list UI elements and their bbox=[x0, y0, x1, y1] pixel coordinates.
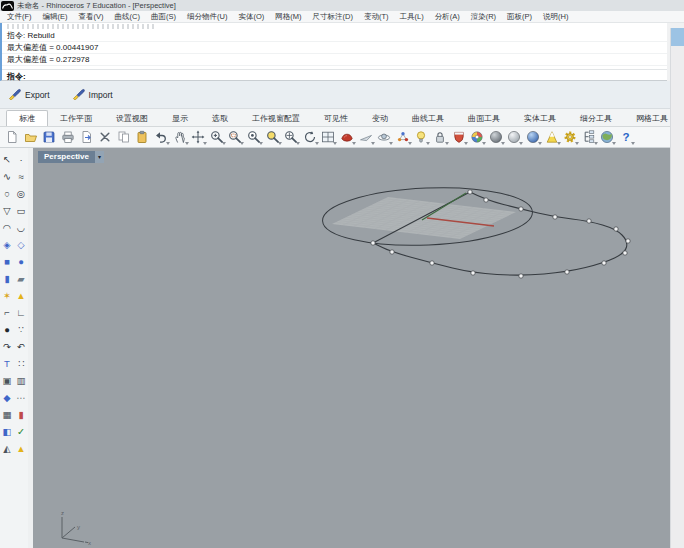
color-wheel-icon[interactable] bbox=[470, 130, 484, 144]
lock-icon[interactable] bbox=[433, 130, 447, 144]
zoom-selected-icon[interactable] bbox=[247, 130, 261, 144]
control-point[interactable] bbox=[430, 261, 434, 265]
analyze-direction-icon[interactable]: ◧ bbox=[0, 423, 14, 440]
toolbar-tab-12[interactable]: 网格工具 bbox=[624, 111, 670, 126]
toolbar-tab-2[interactable]: 设置视图 bbox=[104, 111, 160, 126]
gumball-icon[interactable] bbox=[396, 130, 410, 144]
export-doc-icon[interactable] bbox=[80, 130, 94, 144]
pyramid-icon[interactable]: ▲ bbox=[14, 440, 28, 457]
rotate-view-icon[interactable] bbox=[303, 130, 317, 144]
curve-handles-icon[interactable]: ≈ bbox=[14, 168, 28, 185]
control-point[interactable] bbox=[519, 207, 523, 211]
menu-item-14[interactable]: 说明(H) bbox=[543, 12, 568, 22]
zoom-window-icon[interactable] bbox=[228, 130, 242, 144]
control-point[interactable] bbox=[484, 198, 488, 202]
print-icon[interactable] bbox=[61, 130, 75, 144]
toolbar-tab-5[interactable]: 工作视窗配置 bbox=[240, 111, 312, 126]
point-icon[interactable]: · bbox=[14, 151, 28, 168]
toolbar-tab-3[interactable]: 显示 bbox=[160, 111, 200, 126]
pan-hand-icon[interactable] bbox=[173, 130, 187, 144]
right-panel-strip[interactable] bbox=[670, 28, 684, 548]
control-point[interactable] bbox=[587, 219, 591, 223]
toolbar-tab-8[interactable]: 曲线工具 bbox=[400, 111, 456, 126]
circle-center-icon[interactable]: ○ bbox=[0, 185, 14, 202]
export-button[interactable]: Export bbox=[8, 87, 50, 102]
chamfer-edge-icon[interactable]: ∟ bbox=[14, 304, 28, 321]
menu-item-1[interactable]: 编辑(E) bbox=[43, 12, 68, 22]
cylinder-icon[interactable]: ▮ bbox=[0, 270, 14, 287]
edit-points-icon[interactable]: ∷ bbox=[14, 355, 28, 372]
perspective-viewport[interactable]: Perspective ▾ zyx bbox=[33, 148, 670, 548]
viewport-title-tab[interactable]: Perspective ▾ bbox=[38, 151, 104, 163]
orbit-icon[interactable] bbox=[377, 130, 391, 144]
toolbar-tab-9[interactable]: 曲面工具 bbox=[456, 111, 512, 126]
menu-item-0[interactable]: 文件(F) bbox=[7, 12, 32, 22]
box-icon[interactable]: ■ bbox=[0, 253, 14, 270]
arc-icon[interactable]: ◠ bbox=[0, 219, 14, 236]
viewport-grid-icon[interactable] bbox=[321, 130, 335, 144]
surface-loft-icon[interactable]: ◈ bbox=[0, 236, 14, 253]
save-icon[interactable] bbox=[42, 130, 56, 144]
viewport-canvas[interactable]: zyx bbox=[33, 148, 670, 548]
check-object-icon[interactable]: ✓ bbox=[14, 423, 28, 440]
text-object-icon[interactable]: T bbox=[0, 355, 14, 372]
toolbar-tab-10[interactable]: 实体工具 bbox=[512, 111, 568, 126]
control-point[interactable] bbox=[565, 270, 569, 274]
right-panel-tab[interactable] bbox=[671, 28, 684, 46]
polygon-icon[interactable]: ▽ bbox=[0, 202, 14, 219]
sphere-icon[interactable]: ● bbox=[14, 253, 28, 270]
array-grid-icon[interactable]: ▦ bbox=[0, 406, 14, 423]
boolean-difference-icon[interactable]: ∵ bbox=[14, 321, 28, 338]
open-folder-icon[interactable] bbox=[24, 130, 38, 144]
snapshot-cone-icon[interactable] bbox=[545, 130, 559, 144]
control-point[interactable] bbox=[626, 239, 630, 243]
curve-control-points-icon[interactable]: ∿ bbox=[0, 168, 14, 185]
control-point[interactable] bbox=[553, 215, 557, 219]
menu-item-5[interactable]: 细分物件(U) bbox=[187, 12, 227, 22]
menu-item-6[interactable]: 实体(O) bbox=[238, 12, 264, 22]
toolbar-tab-7[interactable]: 变动 bbox=[360, 111, 400, 126]
control-point[interactable] bbox=[471, 271, 475, 275]
menu-item-7[interactable]: 网格(M) bbox=[275, 12, 301, 22]
help-icon[interactable]: ? bbox=[619, 130, 633, 144]
shade-mode-icon[interactable] bbox=[340, 130, 354, 144]
viewport-title[interactable]: Perspective bbox=[38, 151, 95, 163]
layer-shield-icon[interactable] bbox=[452, 130, 466, 144]
control-point[interactable] bbox=[623, 251, 627, 255]
zoom-all-icon[interactable] bbox=[284, 130, 298, 144]
zoom-target-icon[interactable] bbox=[191, 130, 205, 144]
menu-item-2[interactable]: 查看(V) bbox=[79, 12, 104, 22]
boolean-union-icon[interactable]: ● bbox=[0, 321, 14, 338]
surface-save-icon[interactable]: ◆ bbox=[0, 389, 14, 406]
sphere-light-icon[interactable] bbox=[507, 130, 521, 144]
sphere-dark-icon[interactable] bbox=[489, 130, 503, 144]
control-point[interactable] bbox=[602, 261, 606, 265]
menu-item-13[interactable]: 面板(P) bbox=[507, 12, 532, 22]
fillet-edge-icon[interactable]: ⌐ bbox=[0, 304, 14, 321]
rectangle-icon[interactable]: ▭ bbox=[14, 202, 28, 219]
select-pointer-icon[interactable]: ↖ bbox=[0, 151, 14, 168]
copy-objects-icon[interactable]: ▥ bbox=[14, 372, 28, 389]
offset-curve-icon[interactable]: ↶ bbox=[14, 338, 28, 355]
toolbar-tab-1[interactable]: 工作平面 bbox=[48, 111, 104, 126]
paste-icon[interactable] bbox=[135, 130, 149, 144]
extend-curve-icon[interactable]: ↷ bbox=[0, 338, 14, 355]
menu-item-4[interactable]: 曲面(S) bbox=[151, 12, 176, 22]
toolbar-tab-0[interactable]: 标准 bbox=[6, 110, 48, 127]
object-links-icon[interactable] bbox=[582, 130, 596, 144]
group-icon[interactable]: ▣ bbox=[0, 372, 14, 389]
surface-patch-icon[interactable]: ▰ bbox=[14, 270, 28, 287]
array-linear-icon[interactable]: ⋯ bbox=[14, 389, 28, 406]
import-button[interactable]: Import bbox=[72, 87, 113, 102]
explode-icon[interactable]: ✶ bbox=[0, 287, 14, 304]
lightbulb-icon[interactable] bbox=[414, 130, 428, 144]
toolbar-tab-11[interactable]: 细分工具 bbox=[568, 111, 624, 126]
viewport-menu-caret-icon[interactable]: ▾ bbox=[95, 151, 104, 163]
control-point[interactable] bbox=[614, 227, 618, 231]
control-point[interactable] bbox=[519, 274, 523, 278]
circle-deformable-icon[interactable]: ◎ bbox=[14, 185, 28, 202]
menu-item-9[interactable]: 变动(T) bbox=[364, 12, 389, 22]
menu-item-3[interactable]: 曲线(C) bbox=[115, 12, 140, 22]
control-point[interactable] bbox=[390, 250, 394, 254]
menu-item-12[interactable]: 渲染(R) bbox=[471, 12, 496, 22]
